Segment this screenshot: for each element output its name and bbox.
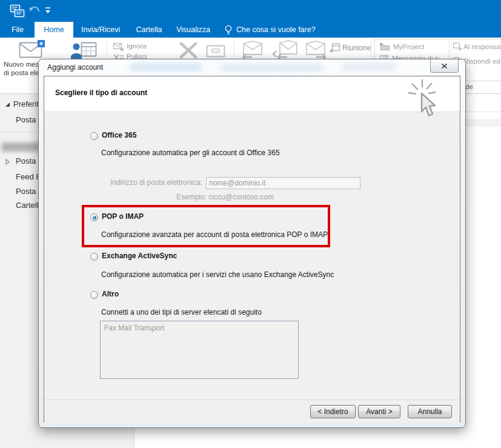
pop-imap-label: POP o IMAP [102,212,144,221]
tab-file[interactable]: File [5,22,30,38]
title-bar [0,0,501,22]
tellme-box[interactable]: Che cosa si vuole fare? [236,22,316,38]
activesync-label: Exchange ActiveSync [102,252,177,260]
meeting-label: Riunione [342,44,371,52]
new-email-label-line2: di posta elet [4,69,41,76]
red-highlight-box: POP o IMAP Configurazione avanzata per a… [82,205,330,247]
server-type-item: Fax Mail Transport [104,324,164,332]
email-input: nome@dominio.it [206,177,360,189]
cancel-button[interactable]: Annulla [408,405,452,418]
altro-label: Altro [102,290,119,298]
quick-step-rispondi-ed: Rispondi ed [463,58,500,65]
radio-pop-imap[interactable] [90,213,98,221]
sidebar-item-preferiti[interactable]: Preferiti [13,99,41,109]
quick-step-send-icon [453,42,462,50]
quick-step-folder-icon [380,42,390,51]
tab-visualizza[interactable]: Visualizza [172,22,214,38]
collapse-triangle-icon[interactable] [5,102,10,107]
altro-desc: Connetti a uno dei tipi di server elenca… [101,308,262,316]
reply-icon [239,40,267,61]
tab-invia-ricevi[interactable]: Invia/Ricevi [78,22,124,38]
back-button[interactable]: < Indietro [310,405,356,418]
dialog-footer: < Indietro Avanti > Annulla [44,400,460,423]
meeting-icon [330,43,340,53]
close-button[interactable] [430,59,459,73]
add-account-dialog: Aggiungi account Scegliere il tipo di ac… [38,59,466,428]
ignore-icon [113,42,124,51]
lightbulb-icon [224,25,233,35]
radio-altro[interactable] [90,291,98,299]
outlook-window: File Home Invia/Ricevi Cartella Visualiz… [0,0,501,448]
ignore-label: Ignora [127,42,147,50]
glass-reflection [130,63,202,71]
expand-triangle-icon[interactable] [5,159,10,165]
dialog-header: Scegliere il tipo di account [44,76,460,112]
radio-activesync[interactable] [90,253,98,261]
reply-all-icon [271,40,302,61]
ribbon-tab-row: File Home Invia/Ricevi Cartella Visualiz… [0,22,501,38]
radio-office365[interactable] [90,132,98,140]
activesync-desc: Configurazione automatica per i servizi … [101,270,334,279]
glass-reflection [221,64,323,71]
next-button[interactable]: Avanti > [358,405,400,418]
account-name-redacted[interactable] [2,142,41,152]
cursor-sparkle-icon [405,78,450,121]
email-address-label: Indirizzo di posta elettronica: [68,178,202,187]
server-type-listbox: Fax Mail Transport [100,321,299,379]
new-email-icon[interactable] [17,40,46,61]
email-input-value: nome@dominio.it [209,179,266,187]
close-icon [441,63,448,69]
office365-desc: Configurazione automatica per gli accoun… [101,149,280,157]
customize-quick-access-icon[interactable] [44,7,51,15]
delete-icon [178,41,199,59]
new-email-label-line1[interactable]: Nuovo mes [4,61,39,68]
email-example: Esempio: ciccu@contoso.com [176,193,274,201]
ribbon-group-label-fragment: de [465,83,473,90]
forward-icon [302,40,330,61]
new-items-icon[interactable] [70,39,98,61]
office365-label: Office 365 [102,131,136,139]
quick-step-myproject: MyProject [393,43,424,50]
send-receive-status-icon[interactable] [10,4,25,18]
glass-reflection [342,63,396,70]
dialog-content: Scegliere il tipo di account Office 365 [44,76,460,423]
dialog-title: Aggiungi account [47,63,103,72]
tab-home[interactable]: Home [35,22,73,38]
tab-cartella[interactable]: Cartella [130,22,168,38]
undo-icon[interactable] [28,6,40,15]
archive-icon [205,41,227,59]
pop-imap-desc: Configurazione avanzata per account di p… [101,230,328,239]
quick-step-al-responsabile: Al responsab [463,43,501,50]
dialog-heading: Scegliere il tipo di account [55,89,147,97]
